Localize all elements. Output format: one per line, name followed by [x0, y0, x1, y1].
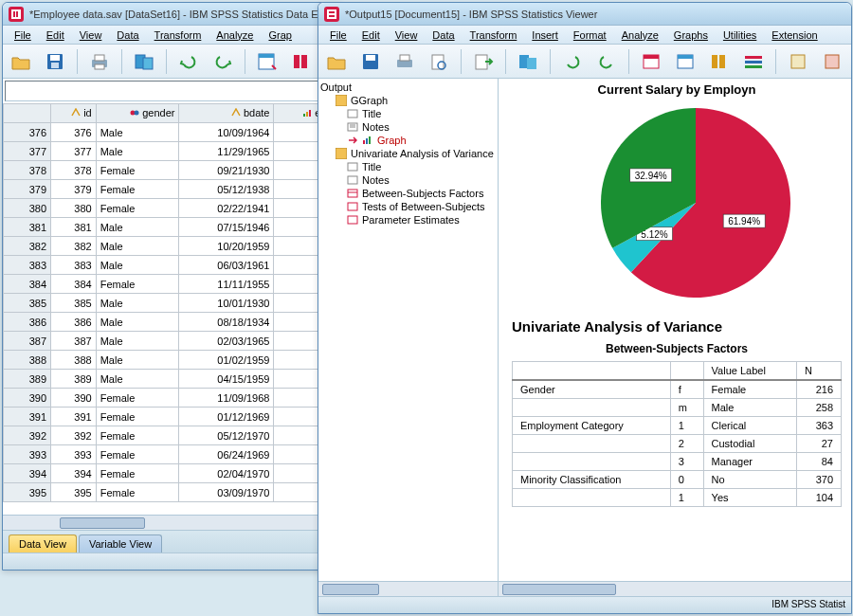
cell-gender[interactable]: Female [96, 180, 179, 199]
redo-button[interactable] [592, 47, 621, 76]
row-number[interactable]: 394 [4, 464, 51, 483]
cell-id[interactable]: 392 [51, 426, 97, 445]
cell-gender[interactable]: Female [96, 483, 179, 502]
cell-bdate[interactable]: 11/11/1955 [179, 275, 274, 294]
between-subjects-factors-table[interactable]: Value Label N Gender f Female 216 m Male… [512, 361, 842, 507]
table-row[interactable]: 391 391 Female 01/12/1969 12 [4, 408, 342, 426]
column-header-id[interactable]: id [51, 104, 97, 123]
cell-bdate[interactable]: 02/22/1941 [179, 199, 274, 218]
table-row[interactable]: 384 384 Female 11/11/1955 12 [4, 275, 342, 294]
cell-bdate[interactable]: 10/01/1930 [179, 294, 274, 313]
menu-extensions[interactable]: Extension [764, 27, 825, 43]
cell-id[interactable]: 386 [51, 313, 97, 332]
goto-data-button[interactable] [637, 47, 665, 76]
menu-analyze[interactable]: Analyze [614, 27, 666, 43]
cell-bdate[interactable]: 05/12/1970 [179, 426, 274, 445]
table-row[interactable]: 385 385 Male 10/01/1930 12 [4, 294, 342, 313]
row-number[interactable]: 378 [4, 161, 51, 180]
outline-hscroll[interactable] [318, 581, 498, 596]
menu-file[interactable]: File [7, 27, 39, 43]
row-number[interactable]: 388 [4, 351, 51, 370]
row-number[interactable]: 379 [4, 180, 51, 199]
row-number[interactable]: 377 [4, 142, 51, 161]
cell-bdate[interactable]: 08/18/1934 [179, 313, 274, 332]
cell-gender[interactable]: Female [96, 426, 179, 445]
cell-bdate[interactable]: 02/04/1970 [179, 464, 274, 483]
row-number[interactable]: 382 [4, 237, 51, 256]
cell-bdate[interactable]: 10/20/1959 [179, 237, 274, 256]
cell-bdate[interactable]: 01/12/1969 [179, 408, 274, 426]
horizontal-scrollbar[interactable] [3, 515, 342, 530]
tree-ggraph-title[interactable]: Title [320, 107, 496, 120]
row-number[interactable]: 392 [4, 426, 51, 445]
table-row[interactable]: 393 393 Female 06/24/1969 12 [4, 445, 342, 464]
cell-gender[interactable]: Male [96, 123, 179, 142]
table-row[interactable]: Gender f Female 216 [513, 380, 842, 399]
tree-ggraph[interactable]: GGraph [320, 94, 496, 107]
table-row[interactable]: 390 390 Female 11/09/1968 15 [4, 389, 342, 408]
cell-bdate[interactable]: 09/21/1930 [179, 161, 274, 180]
tree-ggraph-graph[interactable]: Graph [320, 134, 496, 147]
table-row[interactable]: 380 380 Female 02/22/1941 12 [4, 199, 342, 218]
cell-bdate[interactable]: 10/09/1964 [179, 123, 274, 142]
output-hscroll[interactable] [499, 581, 851, 596]
table-row[interactable]: 388 388 Male 01/02/1959 14 [4, 351, 342, 370]
cell-id[interactable]: 378 [51, 161, 97, 180]
menu-data[interactable]: Data [109, 27, 146, 43]
cell-gender[interactable]: Female [96, 389, 179, 408]
undo-button[interactable] [174, 47, 203, 76]
cell-bdate[interactable]: 01/02/1959 [179, 351, 274, 370]
export-button[interactable] [469, 47, 498, 76]
cell-gender[interactable]: Male [96, 332, 179, 351]
menu-graphs[interactable]: Graphs [666, 27, 716, 43]
table-row[interactable]: 3 Manager 84 [513, 453, 842, 471]
table-row[interactable]: 379 379 Female 05/12/1938 8 [4, 180, 342, 199]
variables-button[interactable] [705, 47, 734, 76]
table-row[interactable]: 1 Yes 104 [513, 489, 842, 507]
cell-gender[interactable]: Female [96, 199, 179, 218]
goto-case-button[interactable] [253, 47, 281, 76]
outline-pane[interactable]: Output GGraph Title Notes Graph Univaria… [318, 79, 499, 596]
titlebar[interactable]: *Output15 [Document15] - IBM SPSS Statis… [318, 3, 851, 26]
table-row[interactable]: Employment Category 1 Clerical 363 [513, 417, 842, 435]
row-number[interactable]: 383 [4, 256, 51, 275]
cell-id[interactable]: 382 [51, 237, 97, 256]
cell-id[interactable]: 387 [51, 332, 97, 351]
cell-id[interactable]: 385 [51, 294, 97, 313]
row-number[interactable]: 391 [4, 408, 51, 426]
scroll-thumb[interactable] [322, 584, 379, 595]
cell-bdate[interactable]: 11/09/1968 [179, 389, 274, 408]
cell-bdate[interactable]: 02/03/1965 [179, 332, 274, 351]
cell-id[interactable]: 388 [51, 351, 97, 370]
row-number[interactable]: 384 [4, 275, 51, 294]
cell-gender[interactable]: Female [96, 275, 179, 294]
tree-root-output[interactable]: Output [320, 81, 496, 94]
table-row[interactable]: 382 382 Male 10/20/1959 12 [4, 237, 342, 256]
cell-bdate[interactable]: 06/03/1961 [179, 256, 274, 275]
output-pane[interactable]: Current Salary by Employn 61.94%5.12%32.… [499, 79, 851, 596]
tab-data-view[interactable]: Data View [9, 534, 77, 553]
save-button[interactable] [41, 47, 69, 76]
print-button[interactable] [85, 47, 114, 76]
cell-bdate[interactable]: 06/24/1969 [179, 445, 274, 464]
menu-utilities[interactable]: Utilities [716, 27, 764, 43]
menu-format[interactable]: Format [566, 27, 614, 43]
table-row[interactable]: 381 381 Male 07/15/1946 17 [4, 218, 342, 237]
menu-insert[interactable]: Insert [524, 27, 566, 43]
cell-bdate[interactable]: 05/12/1938 [179, 180, 274, 199]
menu-view[interactable]: View [72, 27, 110, 43]
row-number[interactable]: 385 [4, 294, 51, 313]
cell-gender[interactable]: Female [96, 445, 179, 464]
row-number[interactable]: 390 [4, 389, 51, 408]
table-row[interactable]: 386 386 Male 08/18/1934 8 [4, 313, 342, 332]
menu-data[interactable]: Data [425, 27, 462, 43]
tree-uav-params[interactable]: Parameter Estimates [320, 213, 496, 226]
titlebar[interactable]: *Employee data.sav [DataSet16] - IBM SPS… [3, 3, 342, 26]
row-number[interactable]: 387 [4, 332, 51, 351]
save-button[interactable] [356, 47, 385, 76]
cell-id[interactable]: 376 [51, 123, 97, 142]
cell-gender[interactable]: Male [96, 256, 179, 275]
cell-id[interactable]: 389 [51, 370, 97, 389]
scroll-thumb[interactable] [502, 584, 616, 595]
cell-id[interactable]: 395 [51, 483, 97, 502]
